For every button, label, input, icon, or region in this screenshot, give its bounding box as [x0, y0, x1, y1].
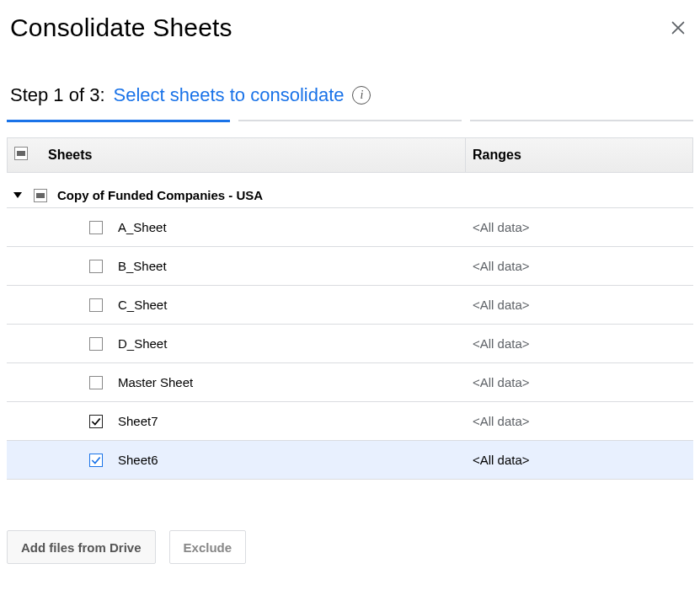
- info-icon[interactable]: i: [352, 86, 371, 105]
- action-bar: Add files from Drive Exclude: [7, 530, 693, 564]
- row-range[interactable]: <All data>: [466, 220, 693, 234]
- row-checkbox[interactable]: [89, 260, 103, 273]
- table-row[interactable]: C_Sheet<All data>: [7, 286, 693, 325]
- row-name: Sheet7: [118, 414, 158, 428]
- group-checkbox[interactable]: [34, 189, 47, 202]
- row-range[interactable]: <All data>: [466, 414, 693, 428]
- row-range[interactable]: <All data>: [466, 375, 693, 389]
- step-action-link[interactable]: Select sheets to consolidate: [114, 84, 345, 106]
- table-row[interactable]: Sheet6<All data>: [7, 441, 693, 480]
- progress-step-3: [470, 120, 693, 121]
- row-name: A_Sheet: [118, 220, 167, 234]
- row-name: C_Sheet: [118, 298, 167, 312]
- group-name: Copy of Funded Companies - USA: [57, 188, 263, 202]
- row-name: B_Sheet: [118, 259, 167, 273]
- add-files-button[interactable]: Add files from Drive: [7, 530, 156, 564]
- row-checkbox[interactable]: [89, 454, 103, 467]
- select-all-checkbox[interactable]: [14, 147, 28, 160]
- row-name: D_Sheet: [118, 336, 167, 351]
- step-prefix: Step 1 of 3:: [10, 84, 105, 105]
- table-row[interactable]: Sheet7<All data>: [7, 402, 693, 441]
- row-checkbox[interactable]: [89, 337, 103, 351]
- row-name: Sheet6: [118, 453, 158, 467]
- chevron-down-icon[interactable]: [13, 192, 22, 198]
- row-range[interactable]: <All data>: [466, 453, 693, 467]
- progress-step-1: [7, 120, 230, 122]
- step-progress: [7, 120, 693, 122]
- row-range[interactable]: <All data>: [466, 259, 693, 273]
- table-header: Sheets Ranges: [7, 137, 693, 173]
- table-row[interactable]: B_Sheet<All data>: [7, 247, 693, 286]
- group-row[interactable]: Copy of Funded Companies - USA: [7, 173, 693, 208]
- exclude-button[interactable]: Exclude: [169, 530, 247, 564]
- col-ranges: Ranges: [465, 138, 692, 172]
- step-heading: Step 1 of 3: Select sheets to consolidat…: [7, 51, 693, 115]
- row-checkbox[interactable]: [89, 376, 103, 389]
- row-range[interactable]: <All data>: [466, 298, 693, 312]
- row-range[interactable]: <All data>: [466, 336, 693, 351]
- close-icon[interactable]: [666, 16, 690, 40]
- table-row[interactable]: Master Sheet<All data>: [7, 363, 693, 402]
- row-checkbox[interactable]: [89, 298, 103, 312]
- row-name: Master Sheet: [118, 375, 193, 389]
- col-sheets: Sheets: [41, 148, 465, 163]
- row-checkbox[interactable]: [89, 415, 103, 428]
- table-row[interactable]: A_Sheet<All data>: [7, 208, 693, 247]
- page-title: Consolidate Sheets: [10, 13, 232, 42]
- progress-step-2: [238, 120, 462, 121]
- sheets-table: Sheets Ranges Copy of Funded Companies -…: [7, 137, 693, 480]
- row-checkbox[interactable]: [89, 221, 103, 234]
- table-row[interactable]: D_Sheet<All data>: [7, 325, 693, 363]
